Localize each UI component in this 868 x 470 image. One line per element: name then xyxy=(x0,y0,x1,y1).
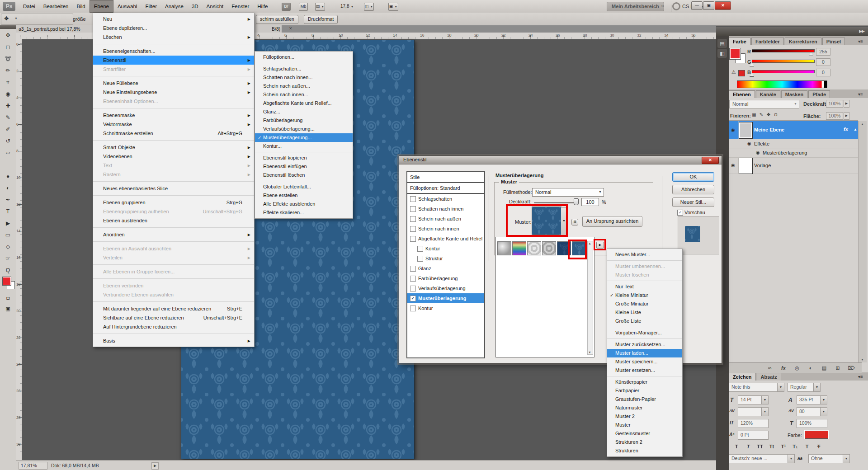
bridge-button[interactable]: Br xyxy=(282,3,291,11)
style-checkbox[interactable] xyxy=(410,266,416,272)
style-list-item[interactable]: Farbüberlagerung xyxy=(407,273,484,283)
flyout-menu-item[interactable]: Künstlerpapier xyxy=(607,378,682,386)
collapsed-panel-icon[interactable]: ▤ xyxy=(717,39,727,48)
screen-mode-icon[interactable]: ▣▼ xyxy=(388,3,398,11)
panel-tab[interactable]: Farbfelder xyxy=(751,38,784,45)
flyout-menu-item[interactable]: Gesteinsmuster xyxy=(607,429,682,438)
pattern-thumbnail[interactable] xyxy=(527,241,541,255)
flyout-menu-item[interactable]: Muster zurücksetzen... xyxy=(607,340,682,349)
layers-scrollbar[interactable]: ▲ ▼ xyxy=(859,121,867,362)
menu-item[interactable]: Löschen ▶ xyxy=(93,33,254,42)
layers-toolbar-icon[interactable]: ◐ xyxy=(804,363,817,373)
panel-tab[interactable]: Ebenen xyxy=(729,90,755,98)
blue-value-field[interactable]: 0 xyxy=(816,69,830,76)
submenu-item[interactable]: Ebene erstellen xyxy=(255,191,353,200)
baseline-shift-field[interactable]: 0 Pt xyxy=(738,431,769,440)
fill-value[interactable]: 100% xyxy=(826,112,843,120)
menubar-item[interactable]: Auswahl xyxy=(113,0,141,13)
text-style-button[interactable]: Tt xyxy=(766,442,778,451)
flyout-menu-item[interactable]: Vorgaben-Manager... xyxy=(607,329,682,337)
layer-row-vorlage[interactable]: ◉ Vorlage xyxy=(729,157,858,174)
opacity-slider-thumb[interactable] xyxy=(574,198,579,205)
submenu-item[interactable]: Effekte skalieren... xyxy=(255,208,353,217)
menu-item[interactable]: Smartfilter ▶ xyxy=(93,65,254,74)
style-list-item[interactable]: ✓ Musterüberlagerung xyxy=(407,293,484,303)
style-list-item[interactable]: Verlaufsüberlagerung xyxy=(407,283,484,293)
opacity-value-field[interactable]: 100 xyxy=(581,198,599,206)
panel-tab[interactable]: Farbe xyxy=(729,38,750,45)
opacity-slider[interactable] xyxy=(534,202,577,203)
menubar-item[interactable]: Ansicht xyxy=(203,0,228,13)
collapsed-panel-icon[interactable]: ◧ xyxy=(717,49,727,58)
collapse-effects-icon[interactable]: ▲ xyxy=(854,127,857,132)
submenu-item[interactable]: Fülloptionen... xyxy=(255,53,353,61)
lock-icon[interactable]: ◘ xyxy=(772,112,779,117)
menu-item[interactable] xyxy=(93,225,254,228)
flyout-menu-item[interactable]: Naturmuster xyxy=(607,404,682,412)
font-style-select[interactable]: Regular▼ xyxy=(788,383,821,392)
panel-tab[interactable]: Korrekturen xyxy=(785,38,821,45)
layer-thumbnail[interactable] xyxy=(739,122,752,138)
submenu-item[interactable]: ✓ Musterüberlagerung... xyxy=(255,133,353,142)
color-spectrum-ramp[interactable] xyxy=(737,80,827,88)
submenu-item[interactable]: Schein nach innen... xyxy=(255,90,353,99)
style-checkbox[interactable] xyxy=(410,206,416,212)
cancel-button[interactable]: Abbrechen xyxy=(672,185,714,194)
submenu-item[interactable]: Glanz... xyxy=(255,108,353,116)
new-style-button[interactable]: Neuer Stil... xyxy=(672,197,714,207)
layers-toolbar-icon[interactable]: ◎ xyxy=(790,363,804,373)
style-list-item[interactable]: Schein nach außen xyxy=(407,214,484,224)
panel-menu-icon[interactable]: ▾≡ xyxy=(858,374,866,379)
tool-button[interactable]: ▶ xyxy=(3,219,13,228)
tool-button[interactable]: ✥ xyxy=(3,31,13,40)
menu-item[interactable]: Schnittmaske erstellen Alt+Strg+G xyxy=(93,129,254,138)
align-origin-button[interactable]: An Ursprung ausrichten xyxy=(582,216,642,227)
font-size-select[interactable]: 14 Pt▼ xyxy=(738,395,769,404)
tool-button[interactable]: ↺ xyxy=(3,136,13,146)
submenu-item[interactable] xyxy=(255,150,353,152)
style-list-item[interactable]: Glanz xyxy=(407,263,484,273)
menu-item[interactable]: Neue Einstellungsebene ▶ xyxy=(93,88,254,97)
style-list-item[interactable]: Stile xyxy=(407,172,484,183)
text-style-button[interactable]: T xyxy=(801,442,813,451)
picker-scrollbar[interactable]: ▲▼ xyxy=(587,241,593,355)
tool-button[interactable]: ✎ xyxy=(3,113,13,122)
fill-spinner[interactable]: ▶ xyxy=(844,112,849,120)
lock-icon[interactable]: ✎ xyxy=(758,112,765,117)
menu-item[interactable] xyxy=(93,74,254,76)
panel-menu-icon[interactable]: ▾≡ xyxy=(858,39,866,44)
menu-item[interactable]: Ebenen gruppieren Strg+G xyxy=(93,198,254,207)
flyout-menu-item[interactable]: Farbpapier xyxy=(607,386,682,395)
menubar-item[interactable]: Bild xyxy=(72,0,89,13)
print-size-button[interactable]: Druckformat xyxy=(304,15,338,24)
pattern-thumbnail[interactable] xyxy=(497,241,511,255)
style-list-item[interactable]: Abgeflachte Kante und Relief xyxy=(407,234,484,244)
visibility-eye-icon[interactable]: ◉ xyxy=(747,141,751,146)
preview-checkbox[interactable]: ✓ xyxy=(677,210,683,216)
menu-item[interactable] xyxy=(93,276,254,279)
blue-slider-handle[interactable] xyxy=(750,73,754,76)
menu-item[interactable]: Neu ▶ xyxy=(93,14,254,24)
dialog-close-button[interactable]: ✕ xyxy=(702,157,719,164)
menu-item[interactable]: Alle Ebenen in Gruppe fixieren... xyxy=(93,267,254,276)
submenu-item[interactable]: Ebenenstil kopieren xyxy=(255,154,353,162)
tools-panel-header[interactable] xyxy=(0,25,16,29)
tool-button[interactable]: Q xyxy=(3,266,13,275)
style-checkbox[interactable] xyxy=(417,256,423,262)
menu-item[interactable] xyxy=(93,42,254,44)
tool-button[interactable]: ✏ xyxy=(3,66,13,75)
flyout-menu-item[interactable]: Nur Text xyxy=(607,282,682,291)
close-button[interactable]: ✕ xyxy=(715,1,731,10)
menu-item[interactable]: Basis ▶ xyxy=(93,336,254,345)
menubar-item[interactable]: Hilfe xyxy=(253,0,272,13)
flyout-menu-item[interactable]: Graustufen-Papier xyxy=(607,395,682,404)
foreground-swatch[interactable] xyxy=(730,48,741,59)
language-select[interactable]: Deutsch: neue ...▼ xyxy=(729,454,795,463)
style-checkbox[interactable] xyxy=(417,246,423,252)
fit-screen-button[interactable]: schirm ausfüllen xyxy=(256,15,298,24)
style-checkbox[interactable] xyxy=(410,216,416,222)
layer-name[interactable]: Meine Ebene xyxy=(754,127,784,132)
menu-item[interactable]: Auf Hintergrundebene reduzieren xyxy=(93,322,254,331)
menu-item[interactable]: Ebene duplizieren... xyxy=(93,24,254,33)
menu-item[interactable]: Sichtbare auf eine Ebene reduzieren Umsc… xyxy=(93,313,254,322)
